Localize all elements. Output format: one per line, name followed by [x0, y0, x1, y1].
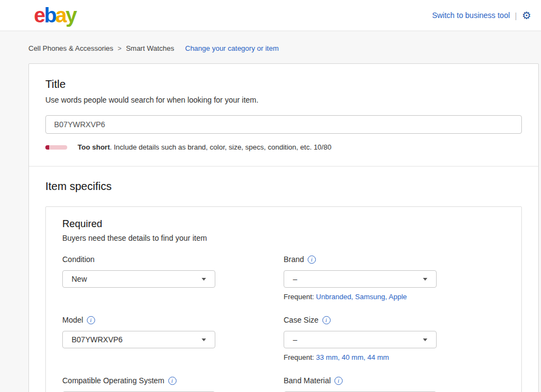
field-band-material: Band Material i – [284, 376, 505, 392]
chevron-down-icon [202, 338, 206, 341]
header-actions: Switch to business tool | ⚙ [432, 10, 531, 21]
field-model: Model i B07YWRXVP6 [62, 316, 284, 361]
info-icon[interactable]: i [322, 316, 331, 324]
required-subheading: Buyers need these details to find your i… [62, 234, 505, 242]
logo-letter: b [44, 4, 56, 27]
model-select[interactable]: B07YWRXVP6 [62, 331, 215, 348]
breadcrumb-item-subcategory: Smart Watches [126, 44, 174, 52]
validation-status: Too short [78, 143, 110, 151]
select-value: B07YWRXVP6 [72, 335, 122, 344]
gear-icon[interactable]: ⚙ [522, 10, 531, 21]
frequent-link[interactable]: 44 mm [367, 353, 389, 361]
item-specifics-heading: Item specifics [45, 180, 522, 193]
condition-label: Condition [62, 255, 95, 264]
logo-letter: y [66, 4, 76, 27]
ebay-logo[interactable]: ebay [34, 5, 76, 26]
section-divider [29, 166, 538, 167]
info-icon[interactable]: i [334, 377, 343, 385]
model-label: Model [62, 316, 83, 324]
info-icon[interactable]: i [308, 256, 316, 264]
info-icon[interactable]: i [87, 316, 95, 324]
fields-grid: Condition New Brand i – Frequent: [62, 255, 505, 392]
breadcrumb-separator: > [117, 45, 121, 52]
listing-form-card: Title Use words people would search for … [28, 63, 539, 392]
select-value: – [293, 335, 297, 344]
title-input[interactable] [45, 115, 522, 134]
frequent-link[interactable]: Apple [389, 293, 407, 301]
brand-label: Brand [284, 255, 304, 264]
field-compatible-os: Compatible Operating System i – [62, 376, 284, 392]
breadcrumb: Cell Phones & Accessories > Smart Watche… [28, 44, 541, 52]
title-validation: Too short. Include details such as brand… [45, 143, 522, 151]
select-value: New [72, 275, 87, 283]
breadcrumb-item-category: Cell Phones & Accessories [28, 44, 113, 52]
brand-select[interactable]: – [284, 270, 437, 288]
chevron-down-icon [423, 338, 427, 341]
title-strength-fill [45, 145, 49, 150]
title-subheading: Use words people would search for when l… [45, 96, 522, 104]
chevron-down-icon [423, 278, 427, 281]
logo-letter: a [55, 4, 66, 27]
frequent-link[interactable]: 40 mm [342, 353, 367, 361]
brand-frequent: Frequent: UnbrandedSamsungApple [284, 293, 505, 301]
validation-message: . Include details such as brand, color, … [110, 143, 311, 151]
field-brand: Brand i – Frequent: UnbrandedSamsungAppl… [284, 255, 505, 301]
band-material-label: Band Material [284, 376, 331, 385]
frequent-label: Frequent: [284, 353, 314, 361]
title-heading: Title [45, 78, 522, 91]
switch-to-business-link[interactable]: Switch to business tool [432, 11, 510, 20]
frequent-label: Frequent: [284, 293, 314, 301]
char-counter: 10/80 [314, 143, 332, 151]
frequent-link[interactable]: 33 mm [316, 353, 342, 361]
required-heading: Required [62, 218, 505, 230]
frequent-link[interactable]: Unbranded [316, 293, 355, 301]
compatible-os-label: Compatible Operating System [62, 376, 164, 385]
vertical-divider: | [515, 11, 517, 20]
field-case-size: Case Size i – Frequent: 33 mm40 mm44 mm [284, 316, 505, 361]
required-panel: Required Buyers need these details to fi… [45, 206, 522, 392]
frequent-link[interactable]: Samsung [355, 293, 389, 301]
field-condition: Condition New [62, 255, 284, 301]
title-validation-text: Too short. Include details such as brand… [78, 143, 331, 151]
info-icon[interactable]: i [168, 377, 177, 385]
condition-select[interactable]: New [62, 270, 215, 288]
header: ebay Switch to business tool | ⚙ [0, 0, 541, 31]
case-size-select[interactable]: – [284, 331, 437, 348]
logo-letter: e [34, 4, 44, 27]
change-category-link[interactable]: Change your category or item [185, 44, 279, 52]
select-value: – [293, 275, 297, 283]
case-size-label: Case Size [284, 316, 319, 324]
chevron-down-icon [202, 278, 206, 281]
title-strength-meter [45, 145, 67, 150]
case-size-frequent: Frequent: 33 mm40 mm44 mm [284, 353, 505, 361]
